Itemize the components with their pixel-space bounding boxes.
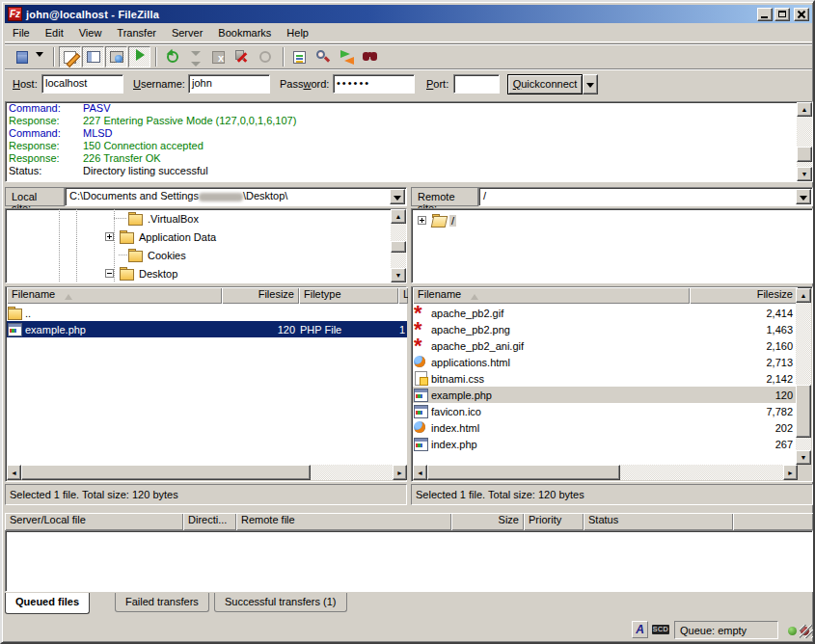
host-input[interactable]: localhost (41, 74, 123, 94)
file-row[interactable]: bitnami.css2,142 (413, 370, 798, 387)
scroll-left-icon[interactable]: ◄ (7, 465, 21, 480)
tree-item[interactable]: / (418, 211, 456, 229)
scroll-down-icon[interactable]: ▼ (797, 167, 812, 181)
php-file-icon (413, 389, 428, 401)
column-header-filesize[interactable]: Filesize (222, 287, 299, 304)
file-row[interactable]: index.html202 (413, 419, 798, 436)
tab-failed-transfers[interactable]: Failed transfers (115, 593, 209, 612)
toggle-local-tree-icon[interactable] (82, 46, 104, 67)
host-label: Host: (13, 78, 38, 90)
log-scrollbar[interactable]: ▲ ▼ (797, 102, 812, 181)
scrollbar-thumb[interactable] (391, 241, 406, 253)
filter-icon[interactable] (288, 46, 311, 67)
directory-comparison-icon[interactable] (312, 46, 334, 67)
local-list-hscrollbar[interactable]: ◄ ► (7, 465, 407, 480)
scroll-up-icon[interactable]: ▲ (391, 209, 406, 224)
column-header-direction[interactable]: Directi... (183, 513, 236, 530)
css-file-icon (413, 372, 428, 385)
scroll-right-icon[interactable]: ► (393, 465, 407, 480)
resize-grip[interactable] (800, 625, 813, 638)
scrollbar-thumb[interactable] (427, 465, 620, 480)
title-bar[interactable]: john@localhost - FileZilla (5, 5, 812, 23)
close-button[interactable] (794, 8, 809, 21)
speed-limit-icon[interactable]: SCD (652, 625, 669, 634)
quickconnect-dropdown-icon[interactable] (583, 74, 598, 94)
password-input[interactable]: •••••• (333, 74, 415, 94)
remote-selection-status: Selected 1 file. Total size: 120 bytes (411, 484, 813, 505)
scroll-down-icon[interactable]: ▼ (796, 450, 811, 465)
column-header-filename[interactable]: Filename (413, 287, 690, 304)
scroll-left-icon[interactable]: ◄ (413, 465, 427, 480)
file-row[interactable]: apache_pb2.png1,463 (413, 321, 798, 337)
minimize-button[interactable] (757, 8, 773, 21)
column-header-remote-file[interactable]: Remote file (236, 513, 451, 530)
port-input[interactable] (453, 74, 500, 94)
tree-item[interactable]: Desktop (105, 264, 179, 282)
menu-help[interactable]: Help (279, 25, 316, 40)
synchronized-browsing-icon[interactable] (335, 46, 357, 67)
maximize-button[interactable] (774, 8, 790, 21)
file-row[interactable]: index.php267 (413, 436, 798, 452)
expand-plus-icon[interactable] (418, 216, 426, 225)
toggle-message-log-icon[interactable] (59, 46, 81, 67)
scroll-right-icon[interactable]: ► (783, 465, 798, 480)
tree-item[interactable]: Application Data (105, 228, 218, 246)
image-file-icon (413, 339, 428, 352)
scrollbar-thumb[interactable] (796, 385, 811, 438)
scroll-up-icon[interactable]: ▲ (796, 288, 811, 303)
column-header-filename[interactable]: Filename (7, 287, 222, 304)
reconnect-icon[interactable] (254, 46, 276, 67)
site-manager-icon[interactable] (11, 46, 33, 67)
tab-successful-transfers[interactable]: Successful transfers (1) (214, 593, 347, 612)
column-header-size[interactable]: Size (451, 513, 524, 530)
tree-item[interactable]: Cookies (127, 246, 188, 264)
file-row[interactable]: favicon.ico7,782 (413, 403, 798, 419)
username-input[interactable]: john (188, 74, 270, 94)
menu-edit[interactable]: Edit (38, 25, 71, 40)
column-header-priority[interactable]: Priority (524, 513, 584, 530)
scrollbar-thumb[interactable] (797, 147, 812, 162)
local-site-combo[interactable]: C:\Documents and Settings\Desktop\ (65, 187, 407, 206)
scroll-up-icon[interactable]: ▲ (797, 102, 812, 117)
file-row-selected[interactable]: example.php 120 PHP File 1 (7, 321, 407, 337)
file-row[interactable]: applications.html2,713 (413, 354, 798, 370)
refresh-icon[interactable] (161, 46, 183, 67)
remote-list-vscrollbar[interactable]: ▲ ▼ (796, 288, 811, 465)
remote-site-dropdown-icon[interactable] (796, 189, 811, 204)
remote-list-hscrollbar[interactable]: ◄ ► (413, 465, 798, 480)
cancel-operation-icon[interactable] (207, 46, 230, 67)
toggle-queue-icon[interactable] (128, 46, 150, 67)
collapse-minus-icon[interactable] (105, 269, 114, 278)
site-manager-dropdown-icon[interactable] (36, 52, 43, 61)
file-row[interactable]: apache_pb2_ani.gif2,160 (413, 337, 798, 354)
disconnect-icon[interactable] (231, 46, 253, 67)
local-tree-scrollbar[interactable]: ▲ ▼ (391, 209, 406, 282)
html-file-icon (413, 356, 428, 368)
menu-file[interactable]: File (5, 25, 38, 40)
quickconnect-button[interactable]: Quickconnect (507, 74, 583, 94)
column-header-filetype[interactable]: Filetype (299, 287, 398, 304)
menu-bookmarks[interactable]: Bookmarks (210, 25, 279, 40)
file-row[interactable]: apache_pb2.gif2,414 (413, 305, 798, 321)
column-header-last-modified[interactable]: L (398, 287, 408, 304)
local-site-dropdown-icon[interactable] (390, 189, 405, 204)
column-header-server-local-file[interactable]: Server/Local file (5, 513, 183, 530)
column-header-status[interactable]: Status (584, 513, 733, 530)
file-row-selected[interactable]: example.php120 (413, 387, 798, 403)
scrollbar-thumb[interactable] (21, 465, 311, 480)
menu-transfer[interactable]: Transfer (109, 25, 164, 40)
tab-queued-files[interactable]: Queued files (5, 593, 90, 614)
menu-server[interactable]: Server (164, 25, 210, 40)
find-files-icon[interactable] (358, 46, 380, 67)
file-row[interactable]: .. (7, 305, 407, 321)
scroll-down-icon[interactable]: ▼ (391, 268, 406, 282)
remote-site-combo[interactable]: / (478, 187, 813, 206)
toggle-remote-tree-icon[interactable] (105, 46, 127, 67)
expand-plus-icon[interactable] (105, 232, 114, 241)
process-queue-icon[interactable] (184, 46, 206, 67)
column-header-filesize[interactable]: Filesize (690, 287, 798, 304)
tree-item[interactable]: .VirtualBox (127, 209, 201, 228)
transfer-queue-list[interactable] (5, 530, 813, 592)
transfer-type-icon[interactable]: A (632, 621, 648, 638)
menu-view[interactable]: View (71, 25, 110, 40)
